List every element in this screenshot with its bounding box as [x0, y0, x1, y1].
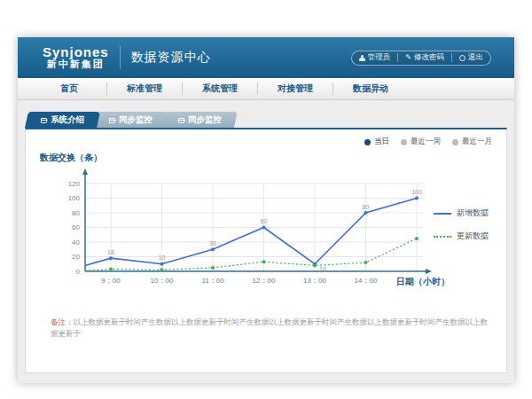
svg-text:14：00: 14：00 — [355, 277, 378, 285]
content-area: 系统介绍同步监控同步监控 当日最近一周最近一月 数据交换（条） 02040608… — [18, 100, 514, 383]
user-menu-label: 修改密码 — [414, 52, 444, 63]
svg-text:30: 30 — [209, 240, 216, 246]
svg-text:18: 18 — [107, 249, 114, 255]
nav-item-4[interactable]: 数据异动 — [333, 82, 408, 95]
svg-text:60: 60 — [72, 223, 80, 231]
brand-name-cn: 新中新集团 — [47, 59, 105, 70]
tab-icon — [109, 117, 115, 122]
nav-item-2[interactable]: 系统管理 — [183, 82, 257, 95]
svg-text:100: 100 — [411, 189, 422, 195]
svg-text:20: 20 — [72, 253, 80, 261]
content-panel: 当日最近一周最近一月 数据交换（条） 0204060801001209：0010… — [25, 128, 507, 373]
power-icon — [459, 55, 466, 61]
note-prefix: 备注： — [51, 317, 74, 326]
admin-user-button[interactable]: 管理员 — [352, 52, 398, 63]
tab-bar: 系统介绍同步监控同步监控 — [27, 112, 232, 128]
svg-text:13：00: 13：00 — [303, 277, 326, 285]
tab-icon — [178, 117, 184, 122]
chart-legend: 新增数据更新数据 — [434, 207, 489, 254]
tab-label: 同步监控 — [188, 114, 222, 126]
svg-text:40: 40 — [72, 239, 80, 246]
app-header: Synjones 新中新集团 数据资源中心 管理员✎修改密码退出 — [18, 37, 514, 78]
footnote: 备注：以上数据更新于时间产生数据以上数据更新于时间产生数据以上数据更新于时间产生… — [51, 317, 494, 340]
tab-icon — [41, 117, 47, 122]
tab-2[interactable]: 同步监控 — [161, 112, 238, 128]
header-divider — [120, 46, 121, 69]
main-nav: 首页标准管理系统管理对接管理数据异动 — [18, 78, 514, 100]
tab-1[interactable]: 同步监控 — [93, 112, 168, 128]
svg-text:10: 10 — [319, 266, 326, 272]
brand-name-en: Synjones — [43, 45, 109, 59]
svg-text:11：00: 11：00 — [201, 277, 224, 285]
tab-label: 系统介绍 — [51, 114, 84, 126]
user-menu: 管理员✎修改密码退出 — [351, 51, 491, 66]
brand-logo: Synjones 新中新集团 — [43, 45, 109, 69]
svg-text:0: 0 — [76, 268, 81, 276]
legend-item-0[interactable]: 新增数据 — [434, 207, 489, 219]
svg-text:80: 80 — [363, 204, 370, 210]
svg-text:100: 100 — [68, 194, 81, 202]
edit-icon: ✎ — [405, 54, 411, 61]
page-title: 数据资源中心 — [131, 50, 211, 66]
page: Synjones 新中新集团 数据资源中心 管理员✎修改密码退出 首页标准管理系… — [0, 0, 532, 399]
nav-item-3[interactable]: 对接管理 — [258, 82, 332, 95]
legend-label: 新增数据 — [457, 207, 489, 219]
tab-0[interactable]: 系统介绍 — [25, 112, 100, 128]
legend-label: 更新数据 — [457, 231, 489, 242]
svg-text:9：00: 9：00 — [101, 277, 121, 285]
svg-text:12：00: 12：00 — [253, 277, 276, 285]
legend-swatch — [434, 213, 451, 215]
legend-swatch — [434, 236, 451, 238]
svg-text:60: 60 — [261, 218, 268, 224]
x-axis-title: 日期（小时） — [396, 276, 450, 288]
change-password-button[interactable]: ✎修改密码 — [398, 52, 451, 63]
app-window: Synjones 新中新集团 数据资源中心 管理员✎修改密码退出 首页标准管理系… — [18, 37, 514, 383]
note-text: 以上数据更新于时间产生数据以上数据更新于时间产生数据以上数据更新于时间产生数据以… — [51, 317, 488, 338]
user-menu-label: 管理员 — [368, 52, 391, 63]
svg-text:10：00: 10：00 — [151, 277, 174, 285]
nav-item-1[interactable]: 标准管理 — [107, 82, 182, 95]
user-menu-label: 退出 — [468, 52, 483, 63]
user-icon — [359, 55, 365, 61]
nav-item-0[interactable]: 首页 — [32, 82, 106, 95]
logout-button[interactable]: 退出 — [452, 52, 490, 63]
tab-label: 同步监控 — [119, 114, 153, 126]
svg-text:10: 10 — [159, 254, 166, 261]
svg-text:120: 120 — [68, 180, 81, 188]
svg-text:80: 80 — [72, 209, 80, 217]
legend-item-1[interactable]: 更新数据 — [434, 231, 489, 242]
